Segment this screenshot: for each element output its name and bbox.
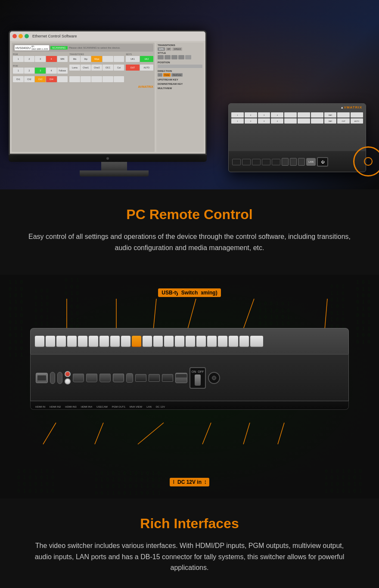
- sw-pvw-btn[interactable]: 4: [46, 68, 57, 74]
- device-back-panel: ONOFF HDMI IN HDMI IN2 HDMI IN3 HDMI IN4…: [30, 354, 349, 401]
- sw-extra-btn[interactable]: Luma: [69, 65, 80, 71]
- sw-scan-btn[interactable]: SCANNING: [50, 46, 68, 50]
- sw-trans-btn[interactable]: Wipe: [91, 56, 102, 62]
- sw-extra-btn[interactable]: OCC: [103, 65, 113, 71]
- target-circle-inner: [364, 157, 373, 166]
- sw-pgm-btn[interactable]: 1: [13, 56, 24, 62]
- svg-line-7: [95, 423, 103, 444]
- sw-header: Ethernet Control Software: [10, 31, 205, 41]
- svg-line-9: [202, 423, 211, 444]
- sw-dropdown: HVS0402U IP: 192.168.1.215: [15, 45, 49, 50]
- monitor-power-dot: [106, 157, 109, 160]
- device-illustration: ONOFF HDMI IN HDMI IN2 HDMI IN3 HDMI IN4…: [30, 328, 349, 410]
- power-switch: ONOFF: [190, 367, 206, 389]
- monitor-bezel: [9, 155, 207, 162]
- sw-out-btn[interactable]: OUT: [126, 65, 139, 71]
- sw-pgm-btn[interactable]: SBK: [57, 56, 68, 62]
- monitor-wrapper: Ethernet Control Software HVS0402U IP: 1…: [9, 30, 220, 176]
- switch-label: Switch: [178, 288, 202, 297]
- sw-left: HVS0402U IP: 192.168.1.215 SCANNING Plea…: [12, 43, 155, 152]
- monitor-inner: Ethernet Control Software HVS0402U IP: 1…: [10, 31, 205, 154]
- device-keys-top: [30, 328, 349, 354]
- usbc-port: [126, 373, 133, 383]
- mic1-port: [50, 372, 55, 384]
- sw-min-btn: [19, 34, 23, 38]
- multiview-out: [162, 374, 173, 382]
- rca-ports: [65, 371, 71, 384]
- sw-pvw-btn[interactable]: Followx: [57, 68, 68, 74]
- dc-12v-label: DC 12V in: [174, 478, 205, 486]
- device-bottom-row: LAN ⏻: [229, 151, 366, 172]
- sw-pgm-btn[interactable]: 2: [24, 56, 35, 62]
- sw-pvw-btn[interactable]: 2: [24, 68, 35, 74]
- svg-line-10: [243, 423, 250, 444]
- sw-pvw-btn[interactable]: 1: [13, 68, 24, 74]
- mic2-port: [57, 372, 62, 384]
- rich-interfaces-title: Rich Interfaces: [26, 516, 353, 532]
- sw-title: Ethernet Control Software: [32, 34, 77, 38]
- sw-extra-btn[interactable]: Chor2: [91, 65, 102, 71]
- sw-body: HVS0402U IP: 192.168.1.215 SCANNING Plea…: [10, 41, 205, 154]
- lan-port: [175, 373, 187, 383]
- pgm-out-2: [149, 374, 160, 382]
- svg-line-11: [278, 423, 284, 444]
- pc-remote-desc: Easy control of all settings and operati…: [26, 231, 353, 253]
- device-buttons-grid: 1 2 3 4 BAR 1 2 3 4 BA: [231, 112, 363, 124]
- device-top-panel: ▲VMATRIX 1 2 3 4 BAR 1 2 3 4: [229, 104, 366, 151]
- monitor-stand-base: [80, 170, 149, 176]
- interfaces-section: 1 1 0 0 1 0 1 0 1 1 1 0 0 0 1 1 1 0 0 1 …: [0, 275, 379, 498]
- hdmi-in-2: [86, 374, 97, 382]
- hdmi-in-3: [99, 374, 111, 382]
- sw-pgm-btn[interactable]: 4: [46, 56, 57, 62]
- device-body: ▲VMATRIX 1 2 3 4 BAR 1 2 3 4: [228, 103, 366, 172]
- sw-pvw-btn[interactable]: 3: [35, 68, 46, 74]
- sw-top-bar: HVS0402U IP: 192.168.1.215 SCANNING Plea…: [13, 44, 153, 52]
- sw-trans-btn[interactable]: [114, 56, 124, 62]
- sw-out-btn[interactable]: AUTO: [140, 65, 153, 71]
- sw-scan-desc: Please click SCANNING to select the devi…: [69, 46, 121, 49]
- monitor-stand-neck: [101, 162, 127, 170]
- sw-close-btn: [12, 34, 17, 38]
- device-photo-area: GPIO(Tally) Line out MIC1/2 in Audio in …: [0, 276, 379, 483]
- device-logo: ▲VMATRIX: [341, 105, 362, 109]
- rich-interfaces-section: Rich Interfaces The video switcher inclu…: [0, 498, 379, 588]
- sw-key-btn[interactable]: UK2: [140, 56, 153, 62]
- sw-trans-btn[interactable]: Dip: [81, 56, 91, 62]
- pc-remote-title: PC Remote Control: [26, 207, 353, 223]
- pgm-out-1: [135, 374, 146, 382]
- hdmi-in-1: [73, 374, 84, 382]
- sw-trans-btn[interactable]: [103, 56, 113, 62]
- hero-section: Ethernet Control Software HVS0402U IP: 1…: [0, 0, 379, 189]
- hdmi-dp-4: [113, 374, 124, 382]
- sw-max-btn: [25, 34, 29, 38]
- dc-power-port: [208, 372, 220, 384]
- monitor-screen: Ethernet Control Software HVS0402U IP: 1…: [9, 30, 207, 155]
- vga-port: [36, 373, 48, 383]
- sw-avmatrix: AVMATRIX: [13, 85, 153, 88]
- sw-extra-btn[interactable]: Chor1: [81, 65, 91, 71]
- sw-right-panel: TRANSITIONS WPE DP SPEED STYLE: [156, 43, 204, 152]
- pc-remote-section: PC Remote Control Easy control of all se…: [0, 189, 379, 275]
- svg-line-8: [138, 423, 164, 444]
- hardware-device: ▲VMATRIX 1 2 3 4 BAR 1 2 3 4: [228, 103, 375, 172]
- svg-line-6: [43, 423, 56, 444]
- sw-pgm-btn[interactable]: 3: [35, 56, 46, 62]
- sw-extra-btn[interactable]: Cut: [114, 65, 124, 71]
- rich-interfaces-desc: The video switcher includes various inte…: [26, 540, 353, 573]
- sw-trans-btn[interactable]: Mix: [69, 56, 80, 62]
- sw-key-btn[interactable]: UK1: [126, 56, 139, 62]
